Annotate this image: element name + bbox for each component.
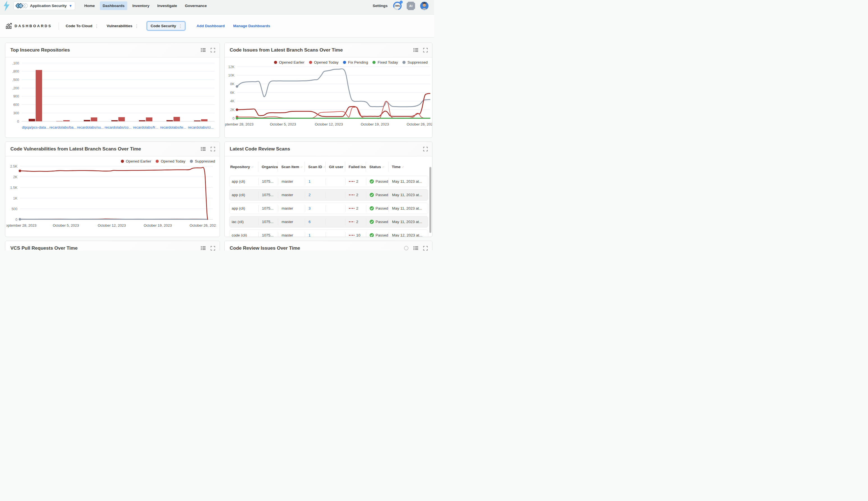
legend-dot <box>402 61 406 64</box>
sort-icon[interactable]: ↓↑ <box>251 165 253 168</box>
line-chart-code-vulnerabilities[interactable]: 05001K1.5K2K2.5KSeptember 28, 2023Octobe… <box>7 163 216 229</box>
sort-icon[interactable]: ↓↑ <box>300 165 302 168</box>
tab-code-to-cloud[interactable]: Code To Cloud ⋮ <box>66 24 99 28</box>
table-view-icon[interactable] <box>201 147 206 151</box>
legend-dot <box>156 160 159 163</box>
prisma-cloud-logo <box>3 0 11 11</box>
line-chart-code-issues[interactable]: 02K4K6K8K10K12KSeptember 28, 2023October… <box>225 64 432 128</box>
svg-text:recardolabs/fr...: recardolabs/fr... <box>133 125 158 129</box>
cell-failed-issues: 2 <box>346 205 366 212</box>
legend-item[interactable]: Fix Pending <box>343 60 368 64</box>
cell-status: Passed <box>366 178 389 185</box>
column-header-organization[interactable]: Organizat <box>258 162 278 172</box>
table-view-icon[interactable] <box>201 48 206 52</box>
table-row[interactable]: code (cli) 1075... master 1 10 Passed Ma… <box>229 230 428 237</box>
card-code-review-issues: Code Review Issues Over Time <box>224 241 432 250</box>
nav-item-inventory[interactable]: Inventory <box>129 1 152 10</box>
cell-status: Passed <box>366 205 389 212</box>
passed-check-icon <box>370 193 374 197</box>
legend-item[interactable]: Opened Today <box>156 159 185 163</box>
bar-chart-top-insecure[interactable]: ,100,800,500,2009006003000dlpqa/pcs-data… <box>8 58 217 134</box>
column-header-scan-item[interactable]: Scan Item↓↑ <box>278 162 305 172</box>
cell-scan-id-link[interactable]: 3 <box>305 205 326 212</box>
table-row[interactable]: iac (cli) 1075... master 6 2 Passed May … <box>229 216 428 227</box>
cell-status: Passed <box>366 232 389 237</box>
table-header-row: Repository↓↑ Organizat Scan Item↓↑ Scan … <box>229 162 428 172</box>
column-header-status[interactable]: Status↓↑ <box>366 162 388 172</box>
cell-scan-id-link[interactable]: 1 <box>305 232 326 237</box>
app-selector-dropdown[interactable]: Application Security ▼ <box>13 1 75 10</box>
card-title: Code Review Issues Over Time <box>230 245 300 251</box>
card-vcs-pull-requests: VCS Pull Requests Over Time <box>5 241 220 250</box>
sort-icon[interactable]: ↓↑ <box>323 165 325 168</box>
column-header-repository[interactable]: Repository↓↑ <box>229 162 258 172</box>
column-header-git-user[interactable]: Git user↓ <box>326 162 345 172</box>
cell-scan-id-link[interactable]: 1 <box>305 178 326 185</box>
sort-icon[interactable]: ↓↑ <box>382 165 384 168</box>
table-view-icon[interactable] <box>201 246 206 250</box>
scans-table: Repository↓↑ Organizat Scan Item↓↑ Scan … <box>224 156 432 237</box>
chart-legend: Opened Earlier Opened Today Suppressed <box>5 156 220 163</box>
kebab-menu-icon[interactable]: ⋮ <box>94 24 99 28</box>
table-scrollbar[interactable] <box>429 167 431 233</box>
legend-dot <box>121 160 124 163</box>
column-header-scan-id[interactable]: Scan ID↓↑ <box>305 162 326 172</box>
dashboard-grid: Top Insecure Repositories ,100,800,500,2… <box>0 38 434 250</box>
svg-text:October 26, 2023: October 26, 2023 <box>407 122 432 126</box>
svg-text:October 12, 2023: October 12, 2023 <box>97 223 126 227</box>
legend-item[interactable]: Suppressed <box>402 60 428 64</box>
expand-icon[interactable] <box>423 246 428 250</box>
manage-dashboards-link[interactable]: Manage Dashboards <box>233 24 270 28</box>
svg-text:,800: ,800 <box>12 70 19 73</box>
top-navbar: Application Security ▼ Home Dashboards I… <box>0 0 434 14</box>
nav-item-home[interactable]: Home <box>81 1 97 10</box>
expand-icon[interactable] <box>211 48 215 52</box>
nav-item-investigate[interactable]: Investigate <box>155 1 180 10</box>
table-row[interactable]: app (cli) 1075... master 3 2 Passed May … <box>229 203 428 214</box>
cell-status: Passed <box>366 218 389 225</box>
nav-item-dashboards[interactable]: Dashboards <box>100 1 127 10</box>
table-row[interactable]: app (cli) 1075... master 1 2 Passed May … <box>229 176 428 187</box>
table-view-icon[interactable] <box>414 246 418 250</box>
svg-text:4K: 4K <box>230 99 235 103</box>
cell-scan-id-link[interactable]: 2 <box>305 192 326 199</box>
tab-vulnerabilities[interactable]: Vulnerabilities ⋮ <box>107 24 139 28</box>
expand-icon[interactable] <box>423 48 428 52</box>
svg-text:10K: 10K <box>228 73 235 77</box>
cell-organization: 1075... <box>259 232 278 237</box>
legend-item[interactable]: Opened Earlier <box>121 159 151 163</box>
card-title: Code Issues from Latest Branch Scans Ove… <box>230 47 343 53</box>
table-row[interactable]: app (cli) 1075... master 2 2 Passed May … <box>229 189 428 201</box>
dashboards-title: DASHBOARDS <box>6 23 52 29</box>
legend-item[interactable]: Suppressed <box>190 159 215 163</box>
svg-text:1.5K: 1.5K <box>10 186 18 190</box>
sort-icon[interactable]: ↓↑ <box>401 165 404 168</box>
cell-scan-id-link[interactable]: 6 <box>305 218 326 225</box>
cell-time: May 12, 2023 at... <box>389 232 429 237</box>
user-avatar[interactable] <box>420 2 429 10</box>
cell-time: May 11, 2023 at... <box>389 205 429 212</box>
column-header-time[interactable]: Time↓↑ <box>388 162 429 172</box>
svg-text:900: 900 <box>13 94 19 98</box>
kebab-menu-icon[interactable]: ⋮ <box>178 24 183 28</box>
expand-icon[interactable] <box>211 147 215 151</box>
legend-item[interactable]: Opened Today <box>309 60 339 64</box>
cell-git-user <box>326 178 346 185</box>
expand-icon[interactable] <box>211 246 215 250</box>
expand-icon[interactable] <box>423 147 428 151</box>
nav-item-governance[interactable]: Governance <box>182 1 209 10</box>
svg-text:0: 0 <box>232 117 234 120</box>
settings-link[interactable]: Settings <box>373 4 388 8</box>
kebab-menu-icon[interactable]: ⋮ <box>134 24 139 28</box>
legend-item[interactable]: Opened Earlier <box>274 60 305 64</box>
add-dashboard-link[interactable]: Add Dashboard <box>197 24 225 28</box>
ai-assistant-icon[interactable]: AI <box>407 2 415 10</box>
svg-text:October 19, 2023: October 19, 2023 <box>360 122 389 126</box>
dashboards-label: DASHBOARDS <box>14 24 52 28</box>
app-selector-label: Application Security <box>30 4 67 8</box>
usage-ring-badge[interactable]: 78% <box>393 2 401 10</box>
column-header-failed-issues[interactable]: Failed issu <box>345 162 366 172</box>
tab-code-security[interactable]: Code Security ⋮ <box>147 21 185 31</box>
table-view-icon[interactable] <box>414 48 418 52</box>
legend-item[interactable]: Fixed Today <box>373 60 398 64</box>
